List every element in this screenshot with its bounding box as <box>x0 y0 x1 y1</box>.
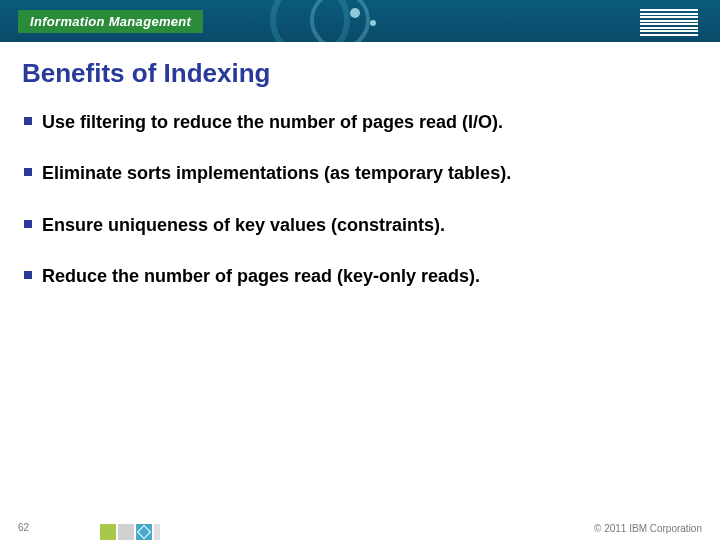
bullet-text: Ensure uniqueness of key values (constra… <box>42 214 445 237</box>
copyright-text: © 2011 IBM Corporation <box>594 523 702 534</box>
bullet-item: Reduce the number of pages read (key-onl… <box>24 265 696 288</box>
bullet-text: Eliminate sorts implementations (as temp… <box>42 162 511 185</box>
bullet-text: Use filtering to reduce the number of pa… <box>42 111 503 134</box>
footer-decoration <box>100 522 162 540</box>
slide-content: Use filtering to reduce the number of pa… <box>0 111 720 289</box>
header-bar: Information Management <box>0 0 720 42</box>
page-number: 62 <box>18 522 29 533</box>
bullet-marker-icon <box>24 271 32 279</box>
slide-title: Benefits of Indexing <box>22 58 720 89</box>
ibm-logo-icon <box>640 9 698 36</box>
bullet-item: Use filtering to reduce the number of pa… <box>24 111 696 134</box>
header-decoration <box>260 0 420 42</box>
bullet-marker-icon <box>24 168 32 176</box>
bullet-text: Reduce the number of pages read (key-onl… <box>42 265 480 288</box>
bullet-marker-icon <box>24 117 32 125</box>
brand-label: Information Management <box>18 10 203 33</box>
bullet-marker-icon <box>24 220 32 228</box>
bullet-item: Eliminate sorts implementations (as temp… <box>24 162 696 185</box>
bullet-item: Ensure uniqueness of key values (constra… <box>24 214 696 237</box>
footer-bar: 62 © 2011 IBM Corporation <box>0 514 720 540</box>
